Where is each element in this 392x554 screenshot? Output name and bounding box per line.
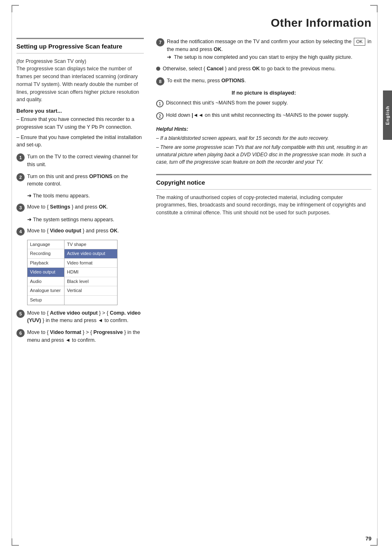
- corner-decoration-bl: [12, 538, 19, 546]
- menu-item-setup: Setup: [28, 296, 64, 305]
- section-description: (for Progressive Scan TV only) The progr…: [16, 58, 144, 104]
- step-3-number: 3: [16, 204, 25, 212]
- no-pic-step-1-text: Disconnect this unit's ~MAINS from the p…: [166, 99, 371, 107]
- step-4-text: Move to { Video output } and press OK.: [27, 227, 144, 235]
- step-6-number: 6: [16, 329, 25, 337]
- menu-table: Language Recording Playback Video output…: [27, 240, 118, 305]
- step-5-number: 5: [16, 310, 25, 318]
- corner-decoration-tr: [370, 5, 378, 12]
- if-no-picture-heading: If no picture is displayed:: [156, 90, 371, 96]
- bullet-otherwise: Otherwise, select { Cancel } and press O…: [156, 65, 371, 73]
- border-line-right: [377, 12, 378, 538]
- step-7-text: Read the notification message on the TV …: [167, 38, 371, 61]
- menu-item-audio: Audio: [28, 277, 64, 287]
- no-pic-step-2: 2 Hold down |◄◄ on this unit whilst reco…: [156, 111, 371, 120]
- menu-col-right: TV shape Active video output Video forma…: [65, 240, 117, 305]
- page-header: Other Information: [0, 0, 392, 34]
- menu-item-video-output: Video output: [28, 268, 64, 277]
- step-7: 7 Read the notification message on the T…: [156, 38, 371, 61]
- helpful-hints-section: Helpful Hints: – If a blank/distorted sc…: [156, 125, 371, 166]
- step-6-text: Move to { Video format } > { Progressive…: [27, 329, 144, 344]
- language-tab: English: [383, 90, 392, 140]
- step-1-number: 1: [16, 153, 25, 162]
- page-number: 79: [366, 535, 371, 542]
- no-pic-step-2-number: 2: [156, 112, 164, 120]
- step-6: 6 Move to { Video format } > { Progressi…: [16, 329, 144, 344]
- step-2-number: 2: [16, 173, 25, 181]
- step-2: 2 Turn on this unit and press OPTIONS on…: [16, 173, 144, 188]
- step-3: 3 Move to { Settings } and press OK.: [16, 203, 144, 212]
- step-3-sub: ➜ The system settings menu appears.: [27, 216, 144, 224]
- language-tab-label: English: [385, 106, 390, 125]
- step-1-text: Turn on the TV to the correct viewing ch…: [27, 153, 144, 169]
- menu-item-hdmi: HDMI: [65, 268, 117, 277]
- copyright-heading-box: Copyright notice: [156, 174, 371, 190]
- section-heading-box: Setting up Progressive Scan feature: [16, 38, 144, 53]
- copyright-text: The making of unauthorised copies of cop…: [156, 194, 371, 217]
- step-3-text: Move to { Settings } and press OK.: [27, 203, 144, 211]
- step-4-number: 4: [16, 227, 25, 236]
- menu-item-tvshape: TV shape: [65, 240, 117, 250]
- bullet-otherwise-text: Otherwise, select { Cancel } and press O…: [163, 65, 371, 73]
- ok-box: OK: [354, 38, 365, 46]
- step-5: 5 Move to { Active video output } > { Co…: [16, 309, 144, 325]
- step-8-text: To exit the menu, press OPTIONS.: [167, 77, 371, 85]
- step-8-number: 8: [156, 77, 164, 86]
- border-line-left: [12, 12, 12, 538]
- main-content: Setting up Progressive Scan feature (for…: [0, 34, 392, 357]
- before-start-section: Before you start... – Ensure that you ha…: [16, 108, 144, 149]
- menu-item-empty: [65, 296, 117, 305]
- menu-item-vertical: Vertical: [65, 286, 117, 296]
- no-pic-step-1-number: 1: [156, 100, 164, 107]
- page-title: Other Information: [21, 16, 371, 30]
- menu-item-active-video: Active video output: [65, 249, 117, 259]
- step-4: 4 Move to { Video output } and press OK.: [16, 227, 144, 236]
- menu-item-playback: Playback: [28, 259, 64, 268]
- copyright-heading: Copyright notice: [156, 178, 371, 187]
- step-2-sub: ➜ The tools menu appears.: [27, 192, 144, 200]
- helpful-hints-heading: Helpful Hints:: [156, 125, 371, 133]
- helpful-hints-text1: – If a blank/distorted screen appears, w…: [156, 134, 371, 142]
- menu-item-recording: Recording: [28, 249, 64, 259]
- description-line1: (for Progressive Scan TV only): [16, 58, 144, 65]
- no-pic-step-2-text: Hold down |◄◄ on this unit whilst reconn…: [166, 111, 371, 119]
- no-pic-step-1: 1 Disconnect this unit's ~MAINS from the…: [156, 99, 371, 107]
- menu-table-inner: Language Recording Playback Video output…: [28, 240, 117, 305]
- menu-item-language: Language: [28, 240, 64, 250]
- step-5-text: Move to { Active video output } > { Comp…: [27, 309, 144, 325]
- before-start-text2: – Ensure that you have completed the ini…: [16, 134, 144, 149]
- step-2-text: Turn on this unit and press OPTIONS on t…: [27, 173, 144, 188]
- bullet-dot: [156, 67, 160, 71]
- before-start-heading: Before you start...: [16, 108, 144, 114]
- copyright-section: Copyright notice The making of unauthori…: [156, 174, 371, 217]
- menu-item-analogue: Analogue tuner: [28, 286, 64, 296]
- step-8: 8 To exit the menu, press OPTIONS.: [156, 77, 371, 86]
- step-7-number: 7: [156, 38, 164, 46]
- menu-item-black-level: Black level: [65, 277, 117, 287]
- before-start-text1: – Ensure that you have connected this re…: [16, 116, 144, 131]
- helpful-hints-text2: – There are some progressive scan TVs th…: [156, 144, 371, 166]
- menu-col-left: Language Recording Playback Video output…: [28, 240, 65, 305]
- corner-decoration-tl: [12, 5, 19, 12]
- left-column: Setting up Progressive Scan feature (for…: [16, 38, 144, 348]
- description-line2: The progressive scan displays twice the …: [16, 65, 144, 104]
- section-heading: Setting up Progressive Scan feature: [16, 42, 144, 51]
- menu-item-video-format: Video format: [65, 259, 117, 268]
- right-column: 7 Read the notification message on the T…: [152, 38, 371, 348]
- step-1: 1 Turn on the TV to the correct viewing …: [16, 153, 144, 169]
